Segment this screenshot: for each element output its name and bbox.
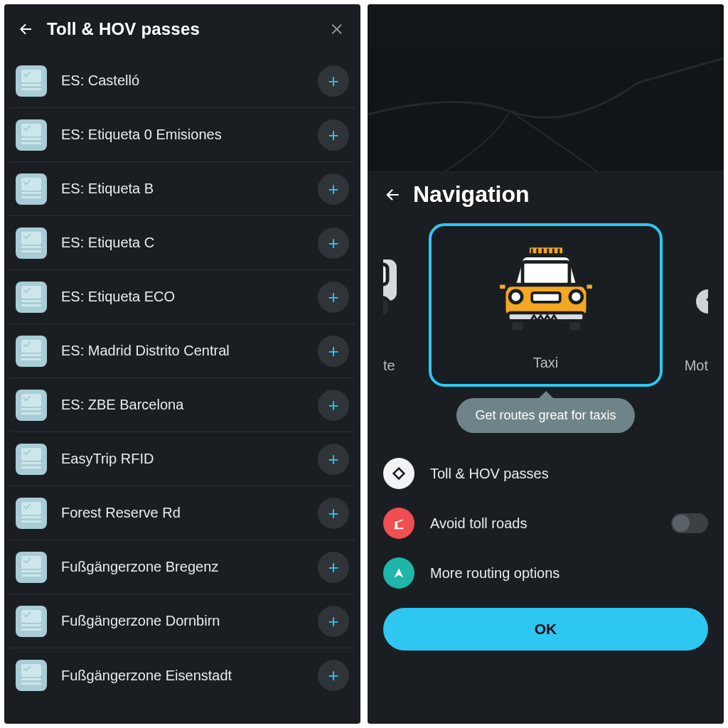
plus-icon: + xyxy=(328,504,338,523)
pass-row[interactable]: Forest Reserve Rd+ xyxy=(10,486,355,540)
svg-rect-19 xyxy=(498,283,506,289)
plus-icon: + xyxy=(328,342,338,360)
svg-rect-11 xyxy=(523,262,569,284)
pass-label: EasyTrip RFID xyxy=(61,451,318,467)
add-pass-button[interactable]: + xyxy=(318,390,349,421)
add-pass-button[interactable]: + xyxy=(318,498,349,529)
pass-doc-icon xyxy=(16,552,47,583)
pass-row[interactable]: Fußgängerzone Dornbirn+ xyxy=(10,594,355,648)
pass-doc-icon xyxy=(16,228,47,259)
pass-doc-icon xyxy=(16,65,47,97)
pass-label: ES: Etiqueta ECO xyxy=(61,289,318,305)
vehicle-card-taxi[interactable]: Taxi xyxy=(429,223,663,387)
plus-icon: + xyxy=(328,396,338,414)
pass-label: ES: Castelló xyxy=(61,73,318,89)
svg-point-21 xyxy=(694,287,708,316)
nav-title: Navigation xyxy=(413,181,530,208)
plus-icon: + xyxy=(328,612,338,631)
plus-icon: + xyxy=(328,288,338,306)
svg-rect-1 xyxy=(383,264,387,284)
pass-label: ES: Etiqueta C xyxy=(61,235,318,251)
add-pass-button[interactable]: + xyxy=(318,552,349,583)
pass-label: ES: Etiqueta B xyxy=(61,181,318,197)
add-pass-button[interactable]: + xyxy=(318,173,349,205)
add-pass-button[interactable]: + xyxy=(318,65,349,97)
svg-rect-25 xyxy=(395,528,404,529)
pass-label: Forest Reserve Rd xyxy=(61,505,318,521)
toll-booth-icon xyxy=(383,508,414,539)
pass-row[interactable]: ES: ZBE Barcelona+ xyxy=(10,378,355,432)
pass-doc-icon xyxy=(16,660,47,691)
option-toll-label: Toll & HOV passes xyxy=(430,466,708,482)
pass-row[interactable]: ES: Etiqueta B+ xyxy=(10,162,355,216)
vehicle-label-motorcycle: Mot xyxy=(685,358,708,374)
svg-rect-20 xyxy=(585,283,593,289)
pass-row[interactable]: ES: Castelló+ xyxy=(10,54,355,108)
toll-header: Toll & HOV passes xyxy=(4,4,360,54)
avoid-toll-toggle[interactable] xyxy=(671,513,708,533)
vehicle-tooltip: Get routes great for taxis xyxy=(456,398,634,433)
pass-row[interactable]: ES: Etiqueta C+ xyxy=(10,216,355,270)
navigation-sheet: Navigation te xyxy=(368,171,724,724)
arrow-left-icon xyxy=(383,186,402,204)
svg-rect-15 xyxy=(532,292,560,301)
navigation-screen: Navigation te xyxy=(368,4,724,724)
pass-label: Fußgängerzone Bregenz xyxy=(61,559,318,575)
plus-icon: + xyxy=(328,450,338,469)
ok-button[interactable]: OK xyxy=(383,608,708,651)
svg-point-3 xyxy=(383,297,390,317)
add-pass-button[interactable]: + xyxy=(318,606,349,637)
screen-title: Toll & HOV passes xyxy=(47,19,328,39)
nav-back-button[interactable] xyxy=(383,186,405,204)
svg-point-13 xyxy=(510,290,522,302)
plus-icon: + xyxy=(328,558,338,577)
svg-rect-18 xyxy=(568,321,582,331)
pass-row[interactable]: EasyTrip RFID+ xyxy=(10,432,355,486)
motorcycle-icon xyxy=(682,223,708,330)
plus-icon: + xyxy=(328,180,338,198)
plus-icon: + xyxy=(328,666,338,685)
route-options-icon xyxy=(383,557,414,589)
pass-doc-icon xyxy=(16,498,47,529)
close-button[interactable] xyxy=(328,21,348,37)
pass-label: ES: Madrid Distrito Central xyxy=(61,343,318,359)
add-pass-button[interactable]: + xyxy=(318,336,349,367)
vehicle-card-private[interactable]: te xyxy=(383,223,409,387)
pass-row[interactable]: Fußgängerzone Bregenz+ xyxy=(10,540,355,594)
plus-icon: + xyxy=(328,234,338,252)
add-pass-button[interactable]: + xyxy=(318,282,349,313)
pass-list[interactable]: ES: Castelló+ES: Etiqueta 0 Emisiones+ES… xyxy=(4,54,360,724)
add-pass-button[interactable]: + xyxy=(318,119,349,151)
svg-point-14 xyxy=(569,290,582,302)
option-avoid-toll[interactable]: Avoid toll roads xyxy=(383,498,708,548)
pass-row[interactable]: Fußgängerzone Eisenstadt+ xyxy=(10,648,355,702)
vehicle-tooltip-wrap: Get routes great for taxis xyxy=(383,398,708,433)
pass-doc-icon xyxy=(16,173,47,205)
map-background xyxy=(368,4,724,171)
add-pass-button[interactable]: + xyxy=(318,660,349,691)
pass-row[interactable]: ES: Etiqueta 0 Emisiones+ xyxy=(10,108,355,162)
pass-doc-icon xyxy=(16,336,47,367)
add-pass-button[interactable]: + xyxy=(318,444,349,475)
option-toll-passes[interactable]: Toll & HOV passes xyxy=(383,449,708,498)
pass-row[interactable]: ES: Etiqueta ECO+ xyxy=(10,270,355,324)
pass-doc-icon xyxy=(16,606,47,637)
pass-doc-icon xyxy=(16,282,47,313)
pass-label: Fußgängerzone Dornbirn xyxy=(61,613,318,629)
diamond-icon xyxy=(383,458,414,489)
pass-doc-icon xyxy=(16,444,47,475)
svg-rect-17 xyxy=(510,321,524,331)
option-avoid-toll-label: Avoid toll roads xyxy=(430,515,671,532)
option-more-label: More routing options xyxy=(430,565,708,582)
back-button[interactable] xyxy=(17,21,37,38)
option-more-routing[interactable]: More routing options xyxy=(383,548,708,598)
vehicle-card-motorcycle[interactable]: Mot xyxy=(682,223,708,387)
vehicle-label-taxi: Taxi xyxy=(533,355,559,371)
add-pass-button[interactable]: + xyxy=(318,228,349,259)
pass-label: Fußgängerzone Eisenstadt xyxy=(61,668,318,684)
vehicle-selector[interactable]: te xyxy=(383,223,708,387)
pass-label: ES: Etiqueta 0 Emisiones xyxy=(61,127,318,143)
ok-button-label: OK xyxy=(535,621,557,638)
pass-row[interactable]: ES: Madrid Distrito Central+ xyxy=(10,324,355,378)
taxi-icon xyxy=(489,240,603,340)
